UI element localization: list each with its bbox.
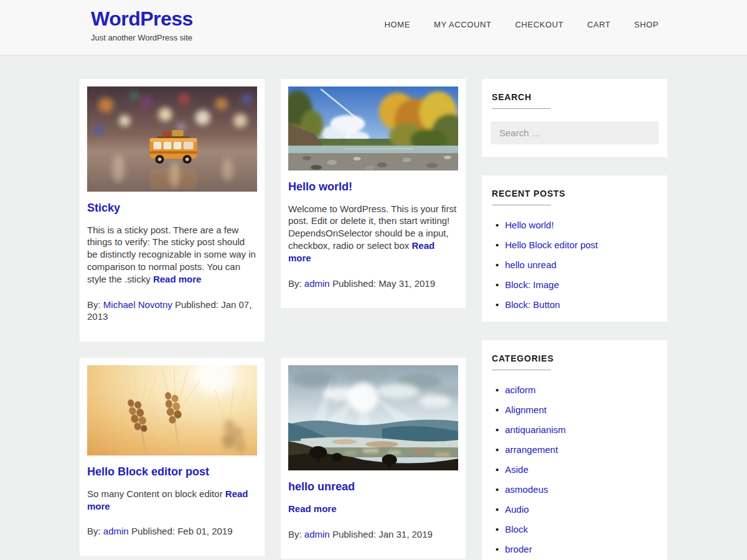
category-item: •asmodeus — [491, 485, 659, 494]
post-title: Sticky — [87, 202, 257, 215]
read-more-link[interactable]: Read more — [153, 274, 202, 284]
by-label: By: — [288, 278, 302, 289]
recent-post-link[interactable]: Block: Button — [505, 300, 560, 309]
nav-link-cart[interactable]: CART — [587, 20, 611, 29]
category-link[interactable]: Block — [505, 525, 528, 534]
nav-link-my-account[interactable]: MY ACCOUNT — [434, 20, 491, 29]
bullet-icon: • — [496, 405, 499, 414]
author-link[interactable]: admin — [304, 529, 330, 539]
category-link[interactable]: Audio — [505, 505, 529, 514]
bullet-icon: • — [496, 385, 499, 394]
site-title[interactable]: WordPress — [91, 8, 193, 30]
category-link[interactable]: asmodeus — [505, 485, 548, 494]
recent-post-item: •hello unread — [491, 260, 659, 269]
post-date: May 31, 2019 — [378, 278, 435, 289]
bullet-icon: • — [496, 465, 499, 474]
post-thumbnail-autumn-river[interactable] — [288, 86, 458, 170]
category-item: •antiquarianism — [491, 425, 659, 434]
post-title-link[interactable]: hello unread — [288, 480, 355, 493]
nav-link-home[interactable]: HOME — [385, 20, 410, 29]
category-item: •Block — [491, 525, 659, 534]
category-item: •aciform — [491, 385, 659, 394]
nav-item-home: HOME — [385, 19, 410, 30]
bullet-icon: • — [496, 525, 499, 534]
post-thumbnail-valley[interactable] — [288, 365, 458, 470]
recent-post-item: •Hello Block editor post — [491, 240, 659, 250]
sidebar: SEARCH RECENT POSTS •Hello world! •Hello… — [482, 79, 667, 560]
nav-link-shop[interactable]: SHOP — [634, 20, 659, 29]
post-excerpt: Read more — [288, 503, 458, 515]
widget-heading-divider — [492, 108, 551, 109]
recent-post-item: •Block: Image — [491, 280, 659, 289]
post-meta: By: admin Published: Jan 31, 2019 — [288, 528, 458, 541]
category-item: •Audio — [491, 505, 659, 514]
bullet-icon: • — [496, 445, 499, 454]
nav-item-cart: CART — [587, 19, 611, 30]
post-meta: By: Michael Novotny Published: Jan 07, 2… — [87, 299, 257, 324]
recent-posts-heading: RECENT POSTS — [491, 184, 659, 198]
bullet-icon: • — [496, 544, 499, 554]
post-excerpt: So many Content on block editor Read mor… — [87, 488, 257, 513]
bullet-icon: • — [496, 280, 499, 289]
bullet-icon: • — [496, 240, 499, 250]
nav-link-checkout[interactable]: CHECKOUT — [515, 20, 563, 29]
post-thumbnail-toy-bus[interactable] — [87, 86, 257, 192]
author-link[interactable]: Michael Novotny — [103, 299, 172, 310]
bullet-icon: • — [496, 425, 499, 434]
post-card-hello-unread: hello unread Read more By: admin Publish… — [281, 358, 466, 559]
bullet-icon: • — [496, 220, 499, 230]
post-card-block-editor: Hello Block editor post So many Content … — [80, 358, 265, 556]
post-thumbnail-wheat[interactable] — [87, 365, 257, 455]
bullet-icon: • — [496, 300, 499, 309]
recent-post-link[interactable]: Hello world! — [505, 220, 553, 230]
category-item: •arrangement — [491, 445, 659, 454]
category-link[interactable]: arrangement — [505, 445, 558, 454]
recent-post-link[interactable]: hello unread — [505, 260, 557, 269]
recent-posts-list: •Hello world! •Hello Block editor post •… — [491, 220, 659, 309]
post-meta: By: admin Published: May 31, 2019 — [288, 278, 458, 290]
category-item: •Alignment — [491, 405, 659, 414]
published-label: Published: — [175, 299, 218, 310]
valley-sunrays-image — [288, 365, 458, 470]
recent-post-item: •Hello world! — [491, 220, 659, 230]
recent-post-link[interactable]: Block: Image — [505, 280, 559, 289]
site-header: WordPress Just another WordPress site HO… — [0, 0, 747, 55]
nav-item-checkout: CHECKOUT — [515, 19, 563, 30]
categories-widget: CATEGORIES •aciform •Alignment •antiquar… — [482, 340, 667, 560]
nav-item-my-account: MY ACCOUNT — [434, 19, 491, 30]
read-more-link[interactable]: Read more — [288, 503, 337, 514]
site-branding: WordPress Just another WordPress site — [91, 8, 193, 42]
recent-post-link[interactable]: Hello Block editor post — [505, 240, 598, 250]
bullet-icon: • — [496, 485, 499, 494]
category-link[interactable]: broder — [505, 544, 532, 554]
toy-bus-image — [87, 86, 257, 192]
wheat-image — [87, 365, 257, 455]
post-title-link[interactable]: Hello world! — [288, 180, 352, 193]
published-label: Published: — [332, 529, 376, 539]
content-area: Sticky This is a sticky post. There are … — [80, 55, 667, 560]
author-link[interactable]: admin — [304, 278, 330, 289]
post-meta: By: admin Published: Feb 01, 2019 — [87, 525, 257, 538]
post-title-link[interactable]: Sticky — [87, 202, 120, 214]
widget-heading-divider — [492, 370, 551, 370]
categories-list: •aciform •Alignment •antiquarianism •arr… — [491, 385, 659, 560]
posts-grid: Sticky This is a sticky post. There are … — [80, 79, 466, 559]
autumn-river-image — [288, 86, 458, 170]
widget-heading-divider — [492, 205, 551, 205]
author-link[interactable]: admin — [103, 526, 129, 536]
category-link[interactable]: aciform — [505, 385, 535, 394]
post-excerpt: This is a sticky post. There are a few t… — [87, 224, 257, 286]
by-label: By: — [87, 526, 101, 536]
search-input[interactable] — [491, 121, 659, 144]
category-link[interactable]: Alignment — [505, 405, 547, 414]
post-date: Feb 01, 2019 — [177, 526, 232, 536]
by-label: By: — [87, 299, 101, 310]
category-link[interactable]: Aside — [505, 465, 529, 474]
excerpt-text: So many Content on block editor — [87, 488, 223, 499]
post-excerpt: Welcome to WordPress. This is your first… — [288, 203, 458, 264]
category-item: •broder — [491, 544, 659, 554]
post-title-link[interactable]: Hello Block editor post — [87, 465, 209, 478]
category-item: •Aside — [491, 465, 659, 474]
main-nav: HOME MY ACCOUNT CHECKOUT CART SHOP — [385, 8, 659, 30]
category-link[interactable]: antiquarianism — [505, 425, 566, 434]
